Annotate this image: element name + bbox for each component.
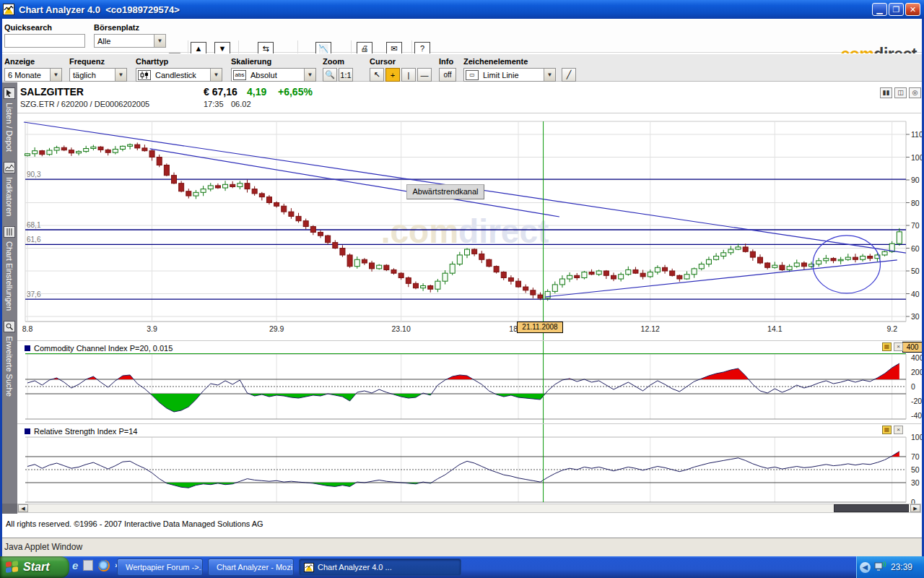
task-chart-analyzer-browser[interactable]: Chart Analyzer - Mozi... <box>208 558 294 576</box>
svg-text:30: 30 <box>911 312 920 321</box>
charttyp-label: Charttyp <box>136 57 222 66</box>
network-icon[interactable] <box>874 561 887 573</box>
chart-scrollbar[interactable]: ◀ ▶ <box>17 504 921 513</box>
legend-swatch <box>25 345 30 351</box>
boersenplatz-select[interactable]: Alle ▼ <box>94 34 166 48</box>
horizontal-cursor-icon[interactable]: — <box>417 68 432 82</box>
svg-text:61,6: 61,6 <box>27 236 41 243</box>
cci-header: Commodity Channel Index P=20, 0.015 <box>25 342 173 353</box>
chart-toolbar: Anzeige 6 Monate▼ Frequenz täglich▼ Char… <box>0 53 924 82</box>
cursor-date-tooltip: 21.11.2008 <box>517 322 563 333</box>
desktop: Chart Analyzer 4.0 <co1989729574> ▁ ❐ ✕ … <box>0 0 924 578</box>
candlestick-icon <box>138 70 151 80</box>
price-change-percent: +6,65% <box>278 86 313 98</box>
trend-annotation[interactable]: Abwärtstrendkanal <box>406 184 484 199</box>
anzeige-label: Anzeige <box>4 57 62 66</box>
restore-button[interactable]: ❐ <box>889 3 904 16</box>
rsi-header: Relative Strength Index P=14 <box>25 426 137 436</box>
zoom-reset-button[interactable]: 1:1 <box>339 68 353 82</box>
info-label: Info <box>439 57 458 66</box>
zeichenelemente-select[interactable]: ▭ Limit Linie▼ <box>463 68 556 82</box>
svg-text:70: 70 <box>911 221 920 230</box>
task-wertpapier-forum[interactable]: Wertpapier Forum ->... <box>117 558 203 576</box>
cursor-value-tooltip: 400 <box>902 342 923 353</box>
zeichenelemente-label: Zeichenelemente <box>463 57 578 66</box>
internet-explorer-icon[interactable]: e <box>72 559 78 571</box>
window-titlebar[interactable]: Chart Analyzer 4.0 <co1989729574> ▁ ❐ ✕ <box>0 0 924 19</box>
abs-icon: abs <box>233 70 246 80</box>
start-button[interactable]: Start <box>0 556 69 578</box>
java-applet-banner: Java Applet Window <box>0 538 924 556</box>
svg-text:3.9: 3.9 <box>147 324 157 333</box>
legend-swatch <box>25 428 30 434</box>
close-button[interactable]: ✕ <box>905 3 920 16</box>
pointer-icon <box>4 87 15 99</box>
svg-text:30: 30 <box>911 478 920 487</box>
svg-text:80: 80 <box>911 199 920 207</box>
taskbar-clock: 23:39 <box>891 562 912 572</box>
vertical-cursor-icon[interactable]: | <box>401 68 416 82</box>
instrument-id: SZG.ETR / 620200 / DE0006202005 <box>20 100 149 108</box>
indicator-chart-icon <box>4 162 15 173</box>
svg-text:68,1: 68,1 <box>27 221 41 229</box>
scroll-left-icon[interactable]: ◀ <box>18 504 28 512</box>
frequenz-select[interactable]: täglich▼ <box>69 68 127 82</box>
main-toolbar: Quicksearch Börsenplatz Alle ▼ ▶ ▲ Auf ▼… <box>0 19 924 53</box>
draw-line-icon[interactable]: ╱ <box>562 68 576 82</box>
chevron-down-icon[interactable]: ▼ <box>154 35 165 47</box>
window-title: Chart Analyzer 4.0 <co1989729574> <box>19 4 180 15</box>
rsi-close-icon[interactable]: × <box>894 426 903 434</box>
scrollbar-thumb[interactable] <box>834 504 909 512</box>
svg-text:9.2: 9.2 <box>886 324 897 333</box>
svg-text:90,3: 90,3 <box>27 171 41 178</box>
scroll-right-icon[interactable]: ▶ <box>910 504 920 512</box>
svg-text:50: 50 <box>911 267 920 275</box>
pointer-cursor-icon[interactable]: ↖ <box>370 68 384 82</box>
svg-text:60: 60 <box>911 244 920 253</box>
candlestick-chart[interactable]: 304050607080901001108.83.929.923.1018.11… <box>17 116 924 506</box>
price-change: 4,19 <box>247 86 266 98</box>
tray-collapse-icon[interactable]: ◀ <box>860 562 871 573</box>
task-chart-analyzer-window[interactable]: Chart Analyzer 4.0 ... <box>299 558 461 576</box>
charttyp-select[interactable]: Candlestick▼ <box>136 68 222 82</box>
rsi-settings-icon[interactable]: ▦ <box>882 426 892 434</box>
anzeige-select[interactable]: 6 Monate▼ <box>4 68 62 82</box>
copyright-text: All rights reserved. ©1996 - 2007 Intera… <box>6 519 263 528</box>
svg-text:29.9: 29.9 <box>269 324 284 333</box>
app-launcher-icon[interactable] <box>83 560 93 571</box>
price-value: € 67,16 <box>204 86 237 98</box>
quicksearch-input[interactable] <box>4 34 85 48</box>
skalierung-select[interactable]: abs Absolut▼ <box>231 68 316 82</box>
quote-time: 17:35 <box>204 100 224 108</box>
chart-svg: 304050607080901001108.83.929.923.1018.11… <box>17 116 924 506</box>
firefox-icon[interactable] <box>98 560 110 571</box>
sidebar-item-listen-depot[interactable]: Listen / Depot <box>4 85 15 159</box>
svg-text:23.10: 23.10 <box>392 324 411 333</box>
cci-close-icon[interactable]: × <box>894 342 903 351</box>
svg-text:8.8: 8.8 <box>22 324 33 333</box>
windows-logo-icon <box>6 561 19 574</box>
minimize-button[interactable]: ▁ <box>872 3 887 16</box>
cci-settings-icon[interactable]: ▦ <box>882 342 892 351</box>
svg-text:70: 70 <box>911 452 920 461</box>
info-off-button[interactable]: off <box>439 68 456 82</box>
zoom-in-icon[interactable]: 🔍 <box>323 68 337 82</box>
taskbar: Start e » Wertpapier Forum ->... Chart A… <box>0 556 924 578</box>
sidebar-item-erweiterte-suche[interactable]: Erweiterte Suche <box>4 318 15 404</box>
chevron-down-icon: ▼ <box>50 69 61 81</box>
app-icon <box>3 4 14 15</box>
boersenplatz-label: Börsenplatz <box>94 23 166 32</box>
layout-panel-icon[interactable]: ◫ <box>894 87 907 98</box>
compare-charts-icon[interactable]: ▮▮ <box>880 87 892 98</box>
snapshot-icon[interactable]: ◎ <box>909 87 921 98</box>
sidebar-item-indikatoren[interactable]: Indikatoren <box>4 159 15 223</box>
sidebar-item-chart-einstellungen[interactable]: Chart Einstellungen <box>4 223 15 318</box>
chevron-down-icon: ▼ <box>304 69 315 81</box>
crosshair-cursor-icon[interactable]: + <box>385 68 400 82</box>
sidebar-corner <box>1 504 17 514</box>
svg-text:12.12: 12.12 <box>641 324 660 333</box>
svg-text:90: 90 <box>911 176 920 184</box>
quicksearch-label: Quicksearch <box>4 23 85 32</box>
chevron-down-icon: ▼ <box>210 69 222 81</box>
chart-app-icon <box>304 563 314 572</box>
